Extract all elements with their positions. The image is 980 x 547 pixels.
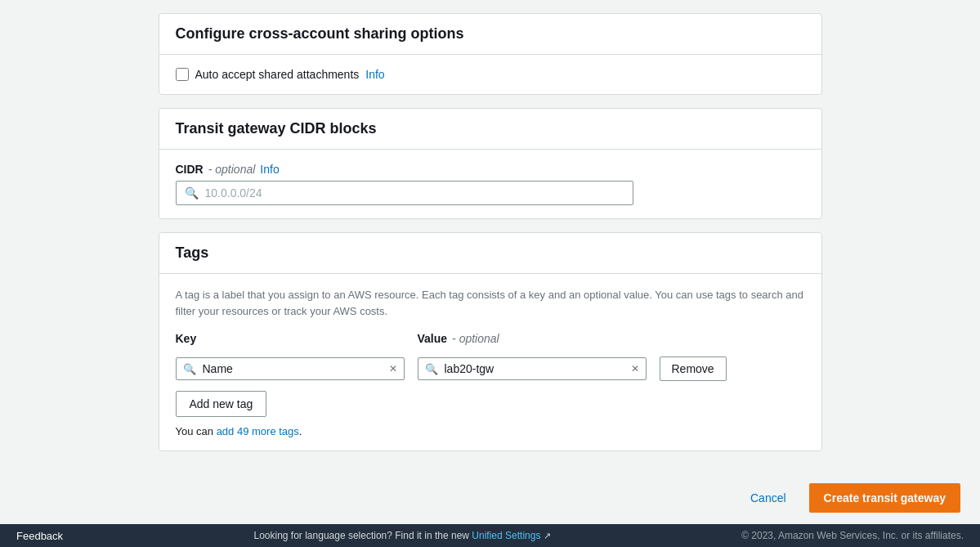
value-search-icon: 🔍	[425, 363, 438, 375]
tags-body: A tag is a label that you assign to an A…	[159, 274, 821, 451]
value-column: Value - optional	[418, 332, 647, 350]
tags-title: Tags	[176, 244, 209, 261]
value-optional-label: - optional	[452, 332, 499, 345]
key-input-wrapper: 🔍 ✕	[176, 357, 405, 380]
cidr-input[interactable]	[205, 186, 624, 200]
tags-section: Tags A tag is a label that you assign to…	[159, 232, 822, 451]
add-new-tag-button[interactable]: Add new tag	[176, 391, 267, 417]
value-input[interactable]	[445, 362, 624, 375]
cidr-info-link[interactable]: Info	[260, 163, 279, 176]
cross-account-header: Configure cross-account sharing options	[159, 14, 821, 55]
tags-column-headers: Key Value - optional	[176, 332, 805, 350]
cross-account-body: Auto accept shared attachments Info	[159, 55, 821, 94]
cidr-blocks-header: Transit gateway CIDR blocks	[159, 109, 821, 150]
value-input-wrapper: 🔍 ✕	[418, 357, 647, 380]
cidr-field-label: CIDR - optional Info	[176, 163, 805, 176]
cidr-search-icon: 🔍	[185, 186, 199, 200]
cidr-optional-label: - optional	[208, 163, 256, 176]
copyright-text: © 2023, Amazon Web Services, Inc. or its…	[741, 530, 964, 541]
key-col-label: Key	[176, 332, 405, 345]
remove-tag-button[interactable]: Remove	[660, 356, 727, 381]
bottom-bar-center-text: Looking for language selection? Find it …	[63, 530, 741, 541]
key-column: Key	[176, 332, 405, 350]
cross-account-title: Configure cross-account sharing options	[176, 25, 464, 42]
key-clear-icon[interactable]: ✕	[389, 364, 397, 374]
unified-settings-link[interactable]: Unified Settings	[472, 530, 540, 541]
cidr-blocks-body: CIDR - optional Info 🔍	[159, 150, 821, 218]
add-tag-area: Add new tag	[176, 391, 805, 425]
cross-account-info-link[interactable]: Info	[365, 68, 384, 81]
tags-more-info: You can add 49 more tags.	[176, 425, 805, 437]
cidr-input-wrapper: 🔍	[176, 181, 633, 205]
create-transit-gateway-button[interactable]: Create transit gateway	[809, 483, 960, 513]
key-search-icon: 🔍	[183, 363, 196, 375]
key-input[interactable]	[203, 362, 383, 375]
cancel-button[interactable]: Cancel	[741, 485, 796, 511]
feedback-link[interactable]: Feedback	[16, 530, 63, 542]
auto-accept-checkbox[interactable]	[176, 68, 189, 81]
more-tags-text: You can add 49 more tags.	[176, 425, 302, 437]
tag-row: 🔍 ✕ 🔍 ✕ Remove	[176, 356, 805, 381]
footer-actions: Cancel Create transit gateway	[0, 472, 980, 524]
tags-description: A tag is a label that you assign to an A…	[176, 287, 805, 319]
cidr-blocks-section: Transit gateway CIDR blocks CIDR - optio…	[159, 108, 822, 219]
tags-header: Tags	[159, 233, 821, 274]
auto-accept-label: Auto accept shared attachments	[195, 68, 360, 81]
value-clear-icon[interactable]: ✕	[631, 364, 639, 374]
value-col-label: Value - optional	[418, 332, 647, 345]
bottom-bar: Feedback Looking for language selection?…	[0, 524, 980, 547]
add-more-tags-link[interactable]: add 49 more tags	[217, 425, 299, 437]
cidr-blocks-title: Transit gateway CIDR blocks	[176, 120, 377, 137]
auto-accept-row: Auto accept shared attachments Info	[176, 68, 805, 81]
external-link-icon: ↗	[544, 531, 551, 540]
cross-account-section: Configure cross-account sharing options …	[159, 13, 822, 95]
